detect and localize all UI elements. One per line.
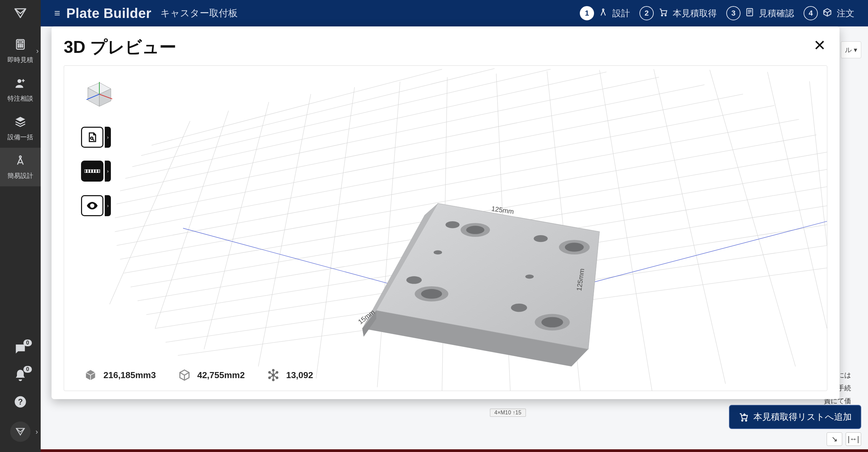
cart-icon — [658, 7, 668, 19]
expand-width-button[interactable]: |↔| — [846, 432, 861, 446]
app-title: Plate Builder — [66, 6, 152, 21]
progress-steps: 1 設計 2 本見積取得 3 見積確認 4 注文 — [580, 6, 868, 20]
mesh-icon — [267, 368, 280, 382]
step-label: 設計 — [612, 7, 630, 19]
nav-simple-design[interactable]: 簡易設計 — [0, 148, 41, 186]
svg-point-6 — [20, 46, 21, 47]
brand-menu-button[interactable] — [10, 422, 31, 442]
step-label: 本見積取得 — [673, 7, 717, 19]
svg-point-62 — [541, 317, 563, 328]
svg-line-29 — [117, 85, 705, 204]
chevron-right-icon[interactable]: › — [105, 127, 111, 148]
calculator-icon — [745, 8, 754, 19]
menu-icon[interactable]: ≡ — [54, 7, 60, 19]
chat-badge: 0 — [23, 340, 32, 346]
svg-line-32 — [132, 69, 550, 167]
svg-point-65 — [406, 276, 421, 284]
dimension-chip: 4×M10 ↑15 — [490, 409, 526, 417]
svg-point-12 — [603, 9, 604, 10]
svg-line-37 — [204, 102, 269, 349]
scene-canvas — [64, 66, 827, 391]
svg-point-16 — [742, 420, 743, 421]
brand-logo — [10, 5, 31, 22]
step-design[interactable]: 1 設計 — [580, 6, 630, 20]
svg-line-35 — [110, 121, 190, 304]
box-icon — [823, 7, 832, 19]
svg-point-76 — [91, 205, 93, 207]
person-plus-icon — [15, 77, 26, 91]
svg-line-28 — [115, 94, 743, 218]
chat-icon[interactable]: 0 — [14, 342, 27, 358]
tool-visibility[interactable]: › — [81, 195, 111, 216]
svg-point-2 — [18, 44, 19, 45]
button-label: 本見積取得リストへ追加 — [753, 411, 852, 423]
svg-point-17 — [746, 420, 747, 421]
add-to-quote-list-button[interactable]: 本見積取得リストへ追加 — [729, 405, 861, 429]
svg-line-31 — [125, 72, 607, 178]
step-quote[interactable]: 2 本見積取得 — [639, 6, 717, 20]
nav-label: 特注相談 — [7, 94, 33, 103]
app-subtitle: キャスター取付板 — [160, 7, 238, 20]
chevron-right-icon[interactable]: › — [105, 195, 111, 216]
calculator-icon — [15, 39, 26, 53]
step-number: 1 — [580, 6, 594, 20]
step-order[interactable]: 4 注文 — [804, 6, 854, 20]
modal-title: 3D プレビュー — [64, 36, 827, 59]
stat-triangles: 13,092 — [267, 368, 313, 382]
svg-point-63 — [446, 221, 459, 228]
cube-outline-icon — [178, 368, 191, 382]
svg-point-14 — [665, 15, 666, 16]
compass-icon — [599, 8, 608, 19]
stat-area: 42,755mm2 — [178, 368, 245, 382]
collapse-right-button[interactable]: ↘ — [827, 432, 842, 446]
svg-point-68 — [525, 274, 534, 279]
preview-modal: 3D プレビュー ✕ — [52, 26, 840, 399]
svg-rect-1 — [18, 41, 23, 43]
close-icon[interactable]: ✕ — [813, 38, 826, 53]
stat-volume: 216,185mm3 — [84, 368, 156, 382]
svg-line-38 — [258, 94, 311, 367]
tool-file[interactable]: › — [81, 127, 111, 148]
ruler-icon — [81, 161, 103, 182]
svg-text:?: ? — [18, 397, 23, 406]
nav-custom-consult[interactable]: 特注相談 — [0, 70, 41, 109]
dropdown-partial[interactable]: ル ▾ — [841, 41, 861, 58]
svg-line-39 — [316, 87, 355, 378]
svg-line-47 — [768, 72, 827, 328]
svg-line-33 — [141, 68, 494, 156]
file-icon — [81, 127, 103, 148]
svg-point-7 — [22, 46, 23, 47]
svg-point-5 — [18, 46, 19, 47]
svg-line-49 — [183, 228, 414, 291]
chevron-right-icon[interactable]: › — [105, 161, 111, 182]
svg-line-40 — [377, 82, 400, 387]
step-label: 見積確認 — [759, 7, 794, 19]
nav-label: 設備一括 — [7, 133, 33, 142]
tool-measure[interactable]: › — [81, 161, 111, 182]
nav-instant-quote[interactable]: 即時見積 › — [0, 32, 41, 70]
step-number: 4 — [804, 6, 818, 20]
svg-point-56 — [466, 226, 485, 234]
nav-label: 簡易設計 — [7, 171, 33, 180]
help-icon[interactable]: ? — [14, 395, 27, 411]
step-confirm[interactable]: 3 見積確認 — [726, 6, 794, 20]
svg-point-13 — [662, 15, 663, 16]
svg-point-67 — [434, 250, 442, 254]
bell-badge: 0 — [23, 366, 32, 373]
bell-icon[interactable]: 0 — [14, 369, 27, 385]
bottom-accent-bar — [0, 449, 868, 452]
orientation-cube[interactable] — [81, 76, 115, 110]
chevron-right-icon: › — [36, 47, 39, 56]
svg-point-66 — [511, 304, 527, 312]
nav-equipment-bulk[interactable]: 設備一括 — [0, 109, 41, 148]
compass-icon — [15, 155, 26, 169]
svg-point-9 — [19, 156, 21, 158]
viewport-3d[interactable]: › › › 125mm 125mm 15mm 216,185mm3 — [64, 65, 827, 391]
top-bar: ≡ Plate Builder キャスター取付板 1 設計 2 本見積取得 3 … — [41, 0, 868, 26]
cube-icon — [84, 368, 97, 382]
svg-point-60 — [421, 289, 442, 299]
step-number: 2 — [639, 6, 654, 20]
step-label: 注文 — [837, 7, 854, 19]
svg-line-44 — [599, 70, 652, 391]
svg-line-36 — [155, 111, 229, 329]
